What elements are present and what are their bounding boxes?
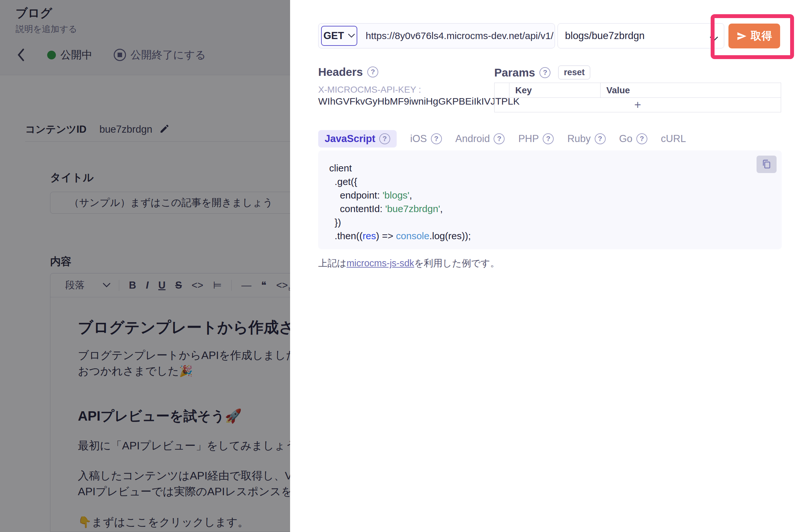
api-key-label: X-MICROCMS-API-KEY : xyxy=(318,84,421,95)
params-value-header: Value xyxy=(601,83,781,97)
copy-code-button[interactable] xyxy=(756,156,776,173)
sdk-note: 上記はmicrocms-js-sdkを利用した例です。 xyxy=(318,257,500,270)
code-sample-block: client .get({ endpoint: 'blogs', content… xyxy=(318,150,782,249)
chevron-down-icon xyxy=(710,33,718,44)
help-icon[interactable]: ? xyxy=(494,133,505,144)
reset-params-button[interactable]: reset xyxy=(558,65,590,79)
add-param-button[interactable]: + xyxy=(495,98,781,112)
tab-label: cURL xyxy=(661,133,686,145)
sdk-link[interactable]: microcms-js-sdk xyxy=(347,258,414,268)
api-key-value: WIhGVFkvGyHbMF9iwniHgGKPBEiIkIVJTPLK xyxy=(318,96,519,107)
http-method-select[interactable]: GET xyxy=(321,26,357,46)
chevron-down-icon xyxy=(348,34,355,38)
help-icon[interactable]: ? xyxy=(636,133,647,144)
help-icon[interactable]: ? xyxy=(539,67,550,78)
code-sample: client .get({ endpoint: 'blogs', content… xyxy=(329,162,471,243)
help-icon[interactable]: ? xyxy=(543,133,554,144)
help-icon[interactable]: ? xyxy=(431,133,442,144)
api-preview-panel: GET https://8y0v676ls4.microcms-dev.net/… xyxy=(290,0,805,532)
code-line: endpoint: 'blogs', xyxy=(329,189,471,202)
http-method-value: GET xyxy=(323,30,344,42)
code-line: }) xyxy=(329,216,471,229)
tab-go[interactable]: Go? xyxy=(619,133,647,145)
content-editor-panel: ブログ 説明を追加する 公開中 公開終了にする コンテンツID bue7zbrd… xyxy=(0,0,290,532)
endpoint-select[interactable]: blogs/bue7zbrdgn xyxy=(557,23,724,49)
params-title-text: Params xyxy=(494,66,535,79)
tab-label: Go xyxy=(619,133,633,145)
fetch-button[interactable]: 取得 xyxy=(729,23,780,49)
tab-javascript[interactable]: JavaScript? xyxy=(318,130,397,148)
tab-android[interactable]: Android? xyxy=(456,133,505,145)
note-prefix: 上記は xyxy=(318,258,347,268)
language-tabs: JavaScript?iOS?Android?PHP?Ruby?Go?cURL xyxy=(318,130,686,148)
headers-section-title: Headers ? xyxy=(318,65,378,78)
tab-php[interactable]: PHP? xyxy=(518,133,554,145)
tab-label: JavaScript xyxy=(325,133,376,145)
params-key-header: Key xyxy=(509,83,601,97)
tab-ruby[interactable]: Ruby? xyxy=(567,133,605,145)
params-table-header: Key Value xyxy=(495,83,781,98)
code-line: contentId: 'bue7zbrdgn', xyxy=(329,202,471,216)
help-icon[interactable]: ? xyxy=(595,133,606,144)
send-icon xyxy=(736,31,747,41)
code-line: client xyxy=(329,162,471,175)
copy-icon xyxy=(761,159,772,170)
tab-curl[interactable]: cURL xyxy=(661,133,686,145)
code-line: .get({ xyxy=(329,175,471,189)
tab-label: iOS xyxy=(410,133,427,145)
tab-ios[interactable]: iOS? xyxy=(410,133,442,145)
note-suffix: を利用した例です。 xyxy=(414,258,499,268)
params-title-wrap: Params ? xyxy=(494,66,550,79)
help-icon[interactable]: ? xyxy=(367,66,378,77)
params-checkbox-column xyxy=(495,83,509,97)
params-table: Key Value + xyxy=(494,83,781,112)
help-icon[interactable]: ? xyxy=(379,133,390,144)
params-section-title: Params ? reset xyxy=(494,65,590,79)
request-url-bar: GET https://8y0v676ls4.microcms-dev.net/… xyxy=(318,23,555,49)
fetch-button-label: 取得 xyxy=(751,29,772,43)
headers-title-text: Headers xyxy=(318,65,363,78)
tab-label: Android xyxy=(456,133,490,145)
modal-dim-overlay[interactable] xyxy=(0,0,290,532)
endpoint-value: blogs/bue7zbrdgn xyxy=(565,30,644,42)
tab-label: Ruby xyxy=(567,133,590,145)
tab-label: PHP xyxy=(518,133,539,145)
base-url-text: https://8y0v676ls4.microcms-dev.net/api/… xyxy=(366,30,553,41)
code-line: .then((res) => console.log(res)); xyxy=(329,229,471,243)
